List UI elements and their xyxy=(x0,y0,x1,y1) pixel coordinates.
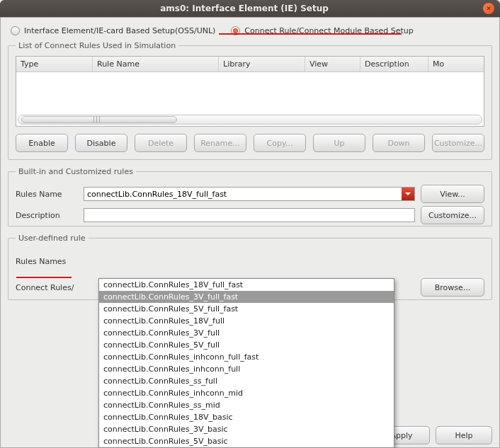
copy-button[interactable]: Copy... xyxy=(254,134,306,152)
userdef-legend: User-defined rule xyxy=(16,234,89,243)
window-title: ams0: Interface Element (IE) Setup xyxy=(6,4,483,13)
builtin-legend: Built-in and Customized rules xyxy=(16,167,136,176)
dropdown-item[interactable]: connectLib.ConnRules_18V_basic xyxy=(99,411,394,423)
dropdown-item[interactable]: connectLib.ConnRules_3V_basic xyxy=(99,423,394,435)
h-scroll-thumb[interactable] xyxy=(21,116,177,123)
enable-button[interactable]: Enable xyxy=(16,134,68,152)
h-scrollbar[interactable] xyxy=(18,115,482,125)
dropdown-item[interactable]: connectLib.ConnRules_5V_full xyxy=(99,339,394,351)
rules-name-combo[interactable]: connectLib.ConnRules_18V_full_fast xyxy=(84,187,415,201)
dropdown-item[interactable]: connectLib.ConnRules_18V_full_fast xyxy=(99,279,394,291)
rename-button[interactable]: Rename... xyxy=(194,134,246,152)
dropdown-item[interactable]: connectLib.ConnRules_3V_full_fast xyxy=(99,291,394,303)
window-body: Interface Element/IE-card Based Setup(OS… xyxy=(0,17,500,448)
rules-list-group: List of Connect Rules Used in Simulation… xyxy=(8,41,492,160)
titlebar: ams0: Interface Element (IE) Setup ✕ xyxy=(0,0,500,17)
annotation-underline-rules xyxy=(16,277,72,278)
browse-button[interactable]: Browse... xyxy=(421,278,484,297)
close-icon[interactable]: ✕ xyxy=(483,3,494,14)
col-rule[interactable]: Rule Name xyxy=(93,57,219,71)
description-field[interactable] xyxy=(84,208,415,222)
user-rules-names-label: Rules Names xyxy=(16,257,78,266)
up-button[interactable]: Up xyxy=(313,134,365,152)
radio-oss[interactable] xyxy=(11,26,20,35)
connect-rules-label: Connect Rules/ xyxy=(16,283,78,292)
description-label: Description xyxy=(16,211,78,220)
dropdown-item[interactable]: connectLib.ConnRules_5V_full_fast xyxy=(99,303,394,315)
builtin-group: Built-in and Customized rules Rules Name… xyxy=(8,167,492,226)
dropdown-item[interactable]: connectLib.ConnRules_inhconn_mid xyxy=(99,387,394,399)
rules-list-legend: List of Connect Rules Used in Simulation xyxy=(16,41,178,50)
help-button[interactable]: Help xyxy=(436,426,492,444)
radio-oss-label: Interface Element/IE-card Based Setup(OS… xyxy=(24,26,215,35)
table-header: Type Rule Name Library View Description … xyxy=(16,57,484,72)
view-button[interactable]: View... xyxy=(421,185,484,203)
col-library[interactable]: Library xyxy=(219,57,305,71)
delete-button[interactable]: Delete xyxy=(135,134,187,152)
dropdown-item[interactable]: connectLib.ConnRules_3V_full xyxy=(99,327,394,339)
customize2-button[interactable]: Customize... xyxy=(421,206,484,224)
dropdown-item[interactable]: connectLib.ConnRules_ss_full xyxy=(99,375,394,387)
rules-dropdown-list[interactable]: connectLib.ConnRules_18V_full_fastconnec… xyxy=(98,278,394,448)
rules-name-value: connectLib.ConnRules_18V_full_fast xyxy=(87,190,227,199)
annotation-underline xyxy=(219,33,402,35)
down-button[interactable]: Down xyxy=(373,134,425,152)
dropdown-item[interactable]: connectLib.ConnRules_ss_mid xyxy=(99,399,394,411)
dropdown-item[interactable]: connectLib.ConnRules_18V_full xyxy=(99,315,394,327)
col-description[interactable]: Description xyxy=(360,57,428,71)
dropdown-item[interactable]: connectLib.ConnRules_5V_basic xyxy=(99,435,394,447)
chevron-down-icon[interactable] xyxy=(402,188,414,200)
rules-table[interactable]: Type Rule Name Library View Description … xyxy=(16,56,484,127)
rules-actions: Enable Disable Delete Rename... Copy... … xyxy=(16,134,484,152)
col-mod[interactable]: Mo xyxy=(428,57,484,71)
dropdown-item[interactable]: connectLib.ConnRules_inhconn_full_fast xyxy=(99,351,394,363)
disable-button[interactable]: Disable xyxy=(75,134,127,152)
rules-name-label: Rules Name xyxy=(16,190,78,199)
col-type[interactable]: Type xyxy=(16,57,93,71)
col-view[interactable]: View xyxy=(305,57,360,71)
dropdown-item[interactable]: connectLib.ConnRules_inhconn_full xyxy=(99,363,394,375)
customize-button[interactable]: Customize... xyxy=(432,134,484,152)
